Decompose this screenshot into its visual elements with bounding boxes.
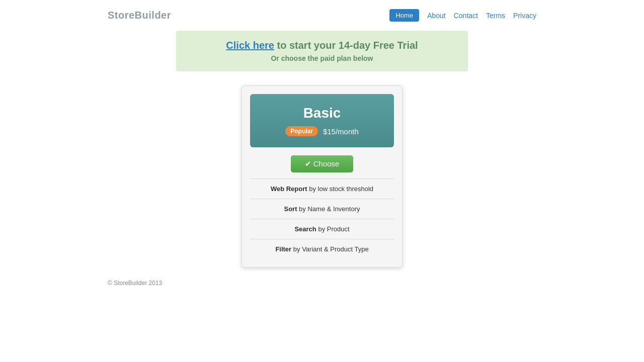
choose-button[interactable]: ✔ Choose <box>291 155 354 172</box>
nav-about-link[interactable]: About <box>427 12 446 20</box>
footer-copyright: © StoreBuilder 2013 <box>108 280 162 287</box>
features-list: Web Report by low stock threshold Sort b… <box>250 178 394 259</box>
plan-header: Basic Popular $15/month <box>250 94 394 147</box>
plan-card: Basic Popular $15/month ✔ Choose Web Rep… <box>242 85 403 267</box>
nav-terms-link[interactable]: Terms <box>486 12 505 20</box>
main-nav: Home About Contact Terms Privacy <box>389 9 536 22</box>
trial-headline: Click here to start your 14-day Free Tri… <box>192 40 452 51</box>
feature-item: Web Report by low stock threshold <box>250 178 394 199</box>
plan-badge-price-row: Popular $15/month <box>258 126 386 136</box>
popular-badge: Popular <box>285 126 318 136</box>
nav-home-button[interactable]: Home <box>389 9 419 22</box>
feature-bold: Filter <box>275 245 291 253</box>
feature-bold: Web Report <box>271 185 307 193</box>
plan-price: $15/month <box>323 127 359 136</box>
site-logo: StoreBuilder <box>108 10 171 21</box>
plan-name: Basic <box>258 105 386 121</box>
nav-contact-link[interactable]: Contact <box>454 12 478 20</box>
feature-item: Search by Product <box>250 219 394 239</box>
trial-banner: Click here to start your 14-day Free Tri… <box>176 31 468 71</box>
feature-item: Filter by Variant & Product Type <box>250 239 394 259</box>
feature-bold: Search <box>294 225 316 233</box>
trial-link[interactable]: Click here <box>226 40 274 51</box>
nav-privacy-link[interactable]: Privacy <box>513 12 536 20</box>
feature-item: Sort by Name & Inventory <box>250 199 394 219</box>
feature-bold: Sort <box>284 205 297 213</box>
trial-headline-text: to start your 14-day Free Trial <box>274 40 418 51</box>
choose-button-wrap: ✔ Choose <box>250 155 394 172</box>
trial-subtext: Or choose the paid plan below <box>192 54 452 62</box>
